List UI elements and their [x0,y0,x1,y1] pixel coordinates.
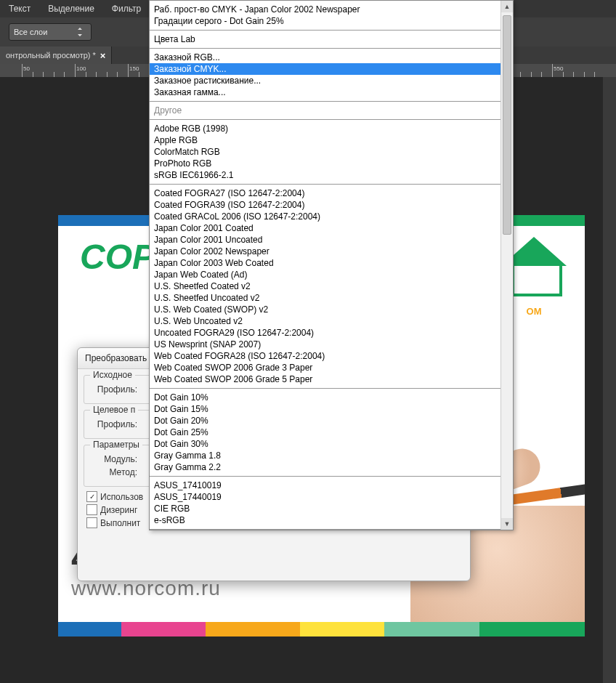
dropdown-item[interactable]: U.S. Sheetfed Coated v2 [150,280,513,292]
dropdown-item[interactable]: Gray Gamma 1.8 [150,450,513,461]
dropdown-item[interactable]: Заказное растискивание... [150,75,513,86]
layers-dropdown-label: Все слои [14,28,47,36]
dropdown-item[interactable]: ASUS_17410019 [150,480,513,491]
scroll-thumb[interactable] [503,15,511,235]
module-label: Модуль: [90,454,137,464]
profile-label-2: Профиль: [90,419,137,429]
dropdown-item[interactable]: Dot Gain 25% [150,427,513,438]
dropdown-item[interactable]: Japan Web Coated (Ad) [150,269,513,280]
menu-text[interactable]: Текст [0,1,39,17]
document-tab-title: онтрольный просмотр) * [6,51,96,60]
dropdown-item[interactable]: ProPhoto RGB [150,158,513,169]
dropdown-scrollbar[interactable]: ▲ ▼ [500,1,513,530]
menu-filter[interactable]: Фильтр [103,1,150,17]
dropdown-item[interactable]: Раб. прост-во CMYK - Japan Color 2002 Ne… [150,4,513,15]
scroll-up-icon[interactable]: ▲ [501,1,513,12]
dropdown-item[interactable]: Coated GRACoL 2006 (ISO 12647-2:2004) [150,211,513,222]
dropdown-item[interactable]: Adobe RGB (1998) [150,123,513,134]
close-icon[interactable]: × [100,50,106,61]
source-group-label: Исходное [90,370,135,380]
document-tab[interactable]: онтрольный просмотр) * × [0,47,112,64]
dropdown-item[interactable]: e-sRGB [150,514,513,526]
profile-label: Профиль: [90,384,137,395]
color-stripe-bottom [58,622,585,636]
dropdown-item[interactable]: Web Coated FOGRA28 (ISO 12647-2:2004) [150,350,513,362]
dropdown-item[interactable]: U.S. Web Uncoated v2 [150,315,513,327]
dropdown-item[interactable]: Japan Color 2001 Coated [150,222,513,234]
dropdown-item[interactable]: Coated FOGRA39 (ISO 12647-2:2004) [150,199,513,211]
dropdown-item[interactable]: ASUS_17440019 [150,491,513,503]
dropdown-item[interactable]: CIE RGB [150,503,513,514]
scrollbar-vertical[interactable] [603,77,616,683]
dropdown-item[interactable]: Web Coated SWOP 2006 Grade 5 Paper [150,373,513,385]
target-group-label: Целевое п [90,405,138,415]
dropdown-item[interactable]: Градации серого - Dot Gain 25% [150,15,513,27]
dropdown-item[interactable]: US Newsprint (SNAP 2007) [150,339,513,350]
layers-dropdown[interactable]: Все слои [9,23,92,41]
dropdown-item[interactable]: U.S. Sheetfed Uncoated v2 [150,292,513,304]
dropdown-item[interactable]: sRGB IEC61966-2.1 [150,169,513,181]
dropdown-item[interactable]: Другое [150,105,513,116]
method-label: Метод: [90,467,137,477]
dropdown-item[interactable]: U.S. Web Coated (SWOP) v2 [150,304,513,315]
dropdown-item[interactable]: Dot Gain 10% [150,392,513,403]
dropdown-item[interactable]: Japan Color 2002 Newspaper [150,246,513,257]
dropdown-item[interactable]: Dot Gain 20% [150,415,513,427]
dropdown-item[interactable]: Apple RGB [150,134,513,146]
dropdown-item[interactable]: Japan Color 2003 Web Coated [150,257,513,269]
menu-selection[interactable]: Выделение [39,1,103,17]
dropdown-item[interactable]: Цвета Lab [150,33,513,45]
chevron-down-icon [76,28,86,36]
dropdown-item[interactable]: Заказная гамма... [150,86,513,98]
dropdown-item[interactable]: Заказной RGB... [150,52,513,63]
dropdown-item[interactable]: Japan Color 2001 Uncoated [150,234,513,246]
dropdown-item[interactable]: Dot Gain 30% [150,438,513,450]
dropdown-item[interactable]: Uncoated FOGRA29 (ISO 12647-2:2004) [150,327,513,339]
dropdown-item[interactable]: Web Coated SWOP 2006 Grade 3 Paper [150,362,513,373]
params-group-label: Параметры [90,440,142,450]
profile-dropdown-list[interactable]: Раб. прост-во CMYK - Japan Color 2002 Ne… [149,0,514,530]
dropdown-item[interactable]: Coated FOGRA27 (ISO 12647-2:2004) [150,187,513,199]
dropdown-item[interactable]: ColorMatch RGB [150,146,513,158]
dropdown-item[interactable]: Заказной CMYK... [150,63,513,75]
dropdown-item[interactable]: Dot Gain 15% [150,403,513,415]
scroll-down-icon[interactable]: ▼ [501,518,513,530]
dropdown-item[interactable]: Gray Gamma 2.2 [150,461,513,473]
logo-text: СОР [80,237,155,277]
